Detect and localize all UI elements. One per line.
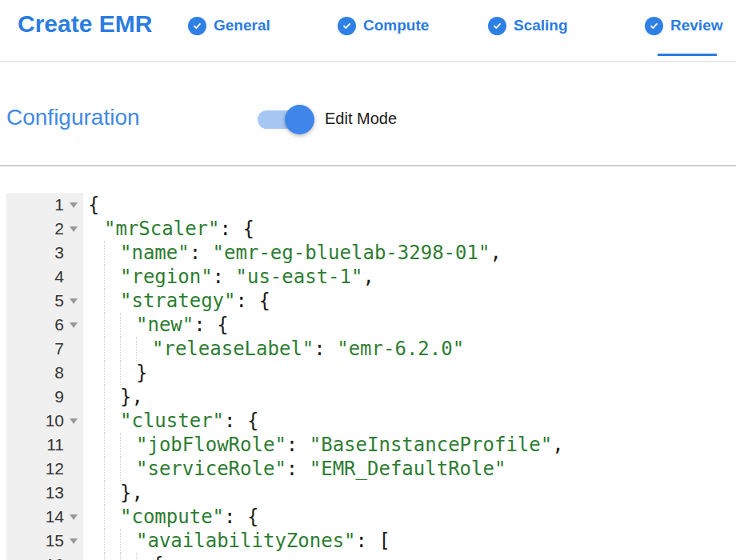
gutter-cell[interactable]: 3 <box>6 241 83 265</box>
json-string-value: "BaseInstanceProfile" <box>310 434 552 456</box>
gutter-cell[interactable]: 16 <box>6 553 83 560</box>
tab-label: Review <box>670 17 722 34</box>
line-number: 16 <box>6 555 64 560</box>
json-key: "name" <box>120 242 190 264</box>
indent-guide <box>120 361 121 385</box>
fold-arrow-icon[interactable] <box>64 202 83 208</box>
gutter-cell[interactable]: 12 <box>6 457 83 481</box>
code-text[interactable]: { <box>83 193 736 217</box>
code-text[interactable]: "region": "us-east-1", <box>83 265 736 289</box>
code-text[interactable]: "name": "emr-eg-bluelab-3298-01", <box>83 241 736 265</box>
indent-guide <box>104 385 105 409</box>
indent-guide <box>104 265 105 289</box>
gutter-cell[interactable]: 11 <box>6 433 83 457</box>
code-line: 12"serviceRole": "EMR_DefaultRole" <box>6 457 736 481</box>
gutter-cell[interactable]: 7 <box>6 337 83 361</box>
json-punctuation: { <box>88 194 99 216</box>
code-line: 7"releaseLabel": "emr-6.2.0" <box>6 337 736 361</box>
json-punctuation: , <box>490 242 501 264</box>
code-line: 14"compute": { <box>6 505 736 529</box>
line-number: 7 <box>6 339 64 358</box>
gutter-cell[interactable]: 2 <box>6 217 83 241</box>
tab-general[interactable]: General <box>188 15 270 36</box>
fold-arrow-icon[interactable] <box>64 226 83 232</box>
json-key: "serviceRole" <box>136 458 286 480</box>
json-key: "cluster" <box>120 410 224 432</box>
json-string-value: "EMR_DefaultRole" <box>310 458 506 480</box>
indent-guide <box>104 481 105 505</box>
json-punctuation: : { <box>220 218 254 240</box>
tab-label: Scaling <box>514 17 568 34</box>
json-key: "compute" <box>120 506 224 528</box>
indent-guide <box>136 553 137 560</box>
tab-label: Compute <box>363 17 429 34</box>
gutter-cell[interactable]: 1 <box>6 193 83 217</box>
code-text[interactable]: }, <box>83 481 736 505</box>
json-punctuation: , <box>362 266 374 288</box>
json-punctuation: : <box>190 242 213 264</box>
code-text[interactable]: }, <box>83 385 736 409</box>
tab-review[interactable]: Review <box>645 15 722 36</box>
gutter-cell[interactable]: 4 <box>6 265 83 289</box>
code-line: 10"cluster": { <box>6 409 736 433</box>
gutter-cell[interactable]: 5 <box>6 289 83 313</box>
fold-arrow-icon[interactable] <box>64 298 83 304</box>
gutter-cell[interactable]: 13 <box>6 481 83 505</box>
code-text[interactable]: } <box>83 361 736 385</box>
tab-scaling[interactable]: Scaling <box>488 15 568 36</box>
fold-arrow-icon[interactable] <box>64 514 83 520</box>
code-text[interactable]: "cluster": { <box>83 409 736 433</box>
gutter-cell[interactable]: 9 <box>6 385 83 409</box>
fold-arrow-icon[interactable] <box>64 418 83 424</box>
code-text[interactable]: "serviceRole": "EMR_DefaultRole" <box>83 457 736 481</box>
configuration-heading: Configuration <box>6 105 140 130</box>
line-number: 10 <box>6 411 64 430</box>
indent-guide <box>104 409 105 433</box>
line-number: 14 <box>6 507 64 526</box>
line-number: 4 <box>6 267 64 286</box>
json-punctuation: : [ <box>356 530 390 552</box>
code-text[interactable]: { <box>83 553 736 560</box>
gutter-cell[interactable]: 8 <box>6 361 83 385</box>
json-punctuation: : <box>314 338 337 360</box>
tab-compute[interactable]: Compute <box>338 15 429 36</box>
edit-mode-toggle[interactable] <box>258 110 312 129</box>
json-editor[interactable]: 1{2"mrScaler": {3"name": "emr-eg-bluelab… <box>6 193 736 560</box>
indent-guide <box>104 289 105 313</box>
indent-guide <box>120 337 121 361</box>
json-punctuation: : { <box>236 290 270 312</box>
code-text[interactable]: "jobFlowRole": "BaseInstanceProfile", <box>83 433 736 457</box>
code-text[interactable]: "compute": { <box>83 505 736 529</box>
line-number: 3 <box>6 243 64 262</box>
json-key: "jobFlowRole" <box>136 434 286 456</box>
gutter-cell[interactable]: 14 <box>6 505 83 529</box>
json-punctuation: : { <box>224 410 258 432</box>
json-string-value: "emr-eg-bluelab-3298-01" <box>213 242 490 264</box>
code-line: 13}, <box>6 481 736 505</box>
code-line: 11"jobFlowRole": "BaseInstanceProfile", <box>6 433 736 457</box>
line-number: 11 <box>6 435 64 454</box>
gutter-cell[interactable]: 15 <box>6 529 83 553</box>
line-number: 9 <box>6 387 64 406</box>
line-number: 6 <box>6 315 64 334</box>
line-number: 15 <box>6 531 64 550</box>
json-key: "region" <box>120 266 213 288</box>
wizard-header: Create EMR GeneralComputeScalingReview <box>0 0 736 62</box>
json-punctuation: : { <box>194 314 228 336</box>
indent-guide <box>120 553 121 560</box>
json-punctuation: }, <box>120 386 143 408</box>
gutter-cell[interactable]: 10 <box>6 409 83 433</box>
code-text[interactable]: "new": { <box>83 313 736 337</box>
json-punctuation: } <box>136 362 147 384</box>
code-text[interactable]: "availabilityZones": [ <box>83 529 736 553</box>
fold-arrow-icon[interactable] <box>64 538 83 544</box>
code-line: 3"name": "emr-eg-bluelab-3298-01", <box>6 241 736 265</box>
json-punctuation: : { <box>224 506 258 528</box>
code-text[interactable]: "strategy": { <box>83 289 736 313</box>
fold-arrow-icon[interactable] <box>64 322 83 328</box>
json-punctuation: , <box>552 434 563 456</box>
gutter-cell[interactable]: 6 <box>6 313 83 337</box>
indent-guide <box>120 457 121 481</box>
code-text[interactable]: "releaseLabel": "emr-6.2.0" <box>83 337 736 361</box>
code-text[interactable]: "mrScaler": { <box>83 217 736 241</box>
